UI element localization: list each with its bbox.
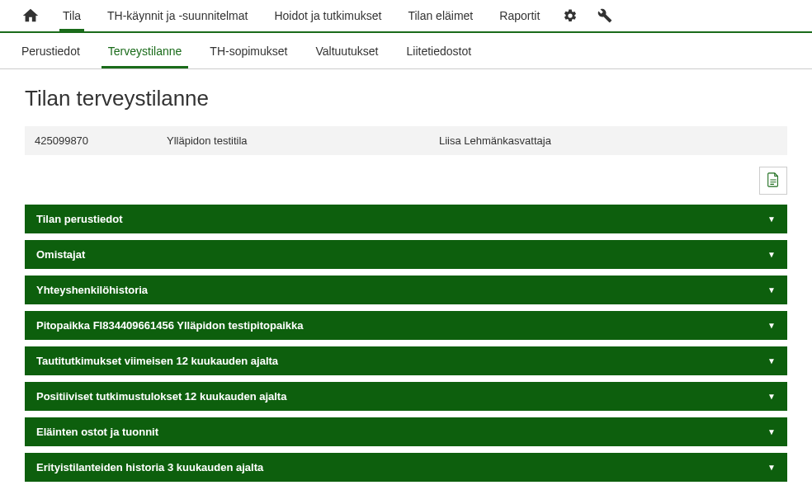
chevron-down-icon: ▼ (767, 392, 776, 401)
accordion-7: Erityistilanteiden historia 3 kuukauden … (25, 453, 787, 482)
topnav-item-1[interactable]: TH-käynnit ja -suunnitelmat (96, 1, 259, 31)
accordion-header-0[interactable]: Tilan perustiedot▼ (25, 205, 787, 233)
subnav-item-3[interactable]: Valtuutukset (302, 35, 391, 68)
accordion-6: Eläinten ostot ja tuonnit▼ (25, 417, 787, 446)
farm-id: 425099870 (35, 134, 167, 147)
sub-navigation: PerustiedotTerveystilanneTH-sopimuksetVa… (0, 33, 812, 69)
chevron-down-icon: ▼ (767, 463, 776, 472)
accordion-label: Eläinten ostot ja tuonnit (36, 426, 158, 438)
page-title: Tilan terveystilanne (25, 86, 787, 111)
accordion-header-4[interactable]: Tautitutkimukset viimeisen 12 kuukauden … (25, 346, 787, 375)
chevron-down-icon: ▼ (767, 214, 776, 224)
topnav-item-3[interactable]: Tilan eläimet (396, 1, 484, 31)
accordion-header-2[interactable]: Yhteyshenkilöhistoria▼ (25, 276, 787, 304)
top-navigation: TilaTH-käynnit ja -suunnitelmatHoidot ja… (0, 0, 812, 33)
accordion-label: Tilan perustiedot (36, 213, 123, 225)
wrench-icon[interactable] (589, 2, 621, 30)
accordion-header-3[interactable]: Pitopaikka FI834409661456 Ylläpidon test… (25, 311, 787, 340)
farm-owner: Liisa Lehmänkasvattaja (439, 134, 777, 147)
subnav-item-4[interactable]: Liitetiedostot (393, 35, 484, 68)
export-row (25, 167, 787, 195)
pdf-icon (767, 172, 780, 190)
accordion-label: Erityistilanteiden historia 3 kuukauden … (36, 461, 263, 473)
subnav-item-2[interactable]: TH-sopimukset (196, 35, 300, 68)
topnav-item-0[interactable]: Tila (51, 1, 92, 31)
accordion-label: Positiiviset tutkimustulokset 12 kuukaud… (36, 390, 286, 403)
accordion-2: Yhteyshenkilöhistoria▼ (25, 276, 787, 304)
accordion-1: Omistajat▼ (25, 240, 787, 269)
farm-info-bar: 425099870 Ylläpidon testitila Liisa Lehm… (25, 126, 787, 155)
subnav-item-0[interactable]: Perustiedot (8, 35, 93, 68)
accordion-5: Positiiviset tutkimustulokset 12 kuukaud… (25, 382, 787, 411)
accordion-0: Tilan perustiedot▼ (25, 205, 787, 233)
accordion-header-1[interactable]: Omistajat▼ (25, 240, 787, 269)
chevron-down-icon: ▼ (767, 321, 776, 330)
accordion-header-6[interactable]: Eläinten ostot ja tuonnit▼ (25, 417, 787, 446)
accordion-4: Tautitutkimukset viimeisen 12 kuukauden … (25, 346, 787, 375)
content-area: Tilan terveystilanne 425099870 Ylläpidon… (0, 69, 812, 504)
topnav-item-4[interactable]: Raportit (488, 1, 551, 31)
subnav-item-1[interactable]: Terveystilanne (95, 35, 196, 68)
accordion-header-5[interactable]: Positiiviset tutkimustulokset 12 kuukaud… (25, 382, 787, 411)
chevron-down-icon: ▼ (767, 285, 776, 294)
accordion-header-7[interactable]: Erityistilanteiden historia 3 kuukauden … (25, 453, 787, 482)
topnav-item-2[interactable]: Hoidot ja tutkimukset (262, 1, 393, 31)
gear-icon[interactable] (555, 2, 586, 30)
chevron-down-icon: ▼ (767, 356, 776, 365)
pdf-export-button[interactable] (759, 167, 787, 195)
accordion-3: Pitopaikka FI834409661456 Ylläpidon test… (25, 311, 787, 340)
chevron-down-icon: ▼ (767, 427, 776, 436)
accordion-label: Yhteyshenkilöhistoria (36, 284, 148, 296)
accordion-label: Omistajat (36, 248, 85, 261)
accordion-label: Pitopaikka FI834409661456 Ylläpidon test… (36, 319, 303, 332)
accordion-label: Tautitutkimukset viimeisen 12 kuukauden … (36, 355, 278, 367)
home-icon[interactable] (13, 0, 48, 31)
farm-name: Ylläpidon testitila (167, 134, 439, 147)
chevron-down-icon: ▼ (767, 250, 776, 259)
